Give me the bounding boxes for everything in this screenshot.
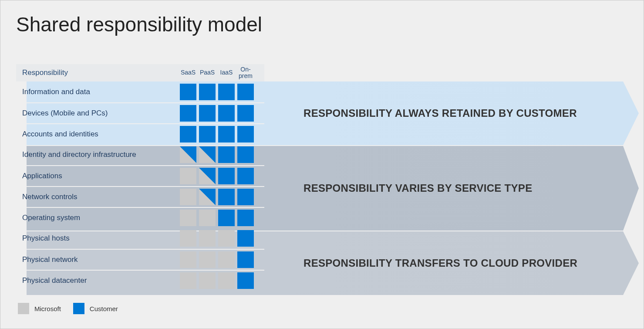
- arrowhead-icon: [623, 231, 639, 295]
- matrix-cell: [199, 251, 216, 268]
- customer-square-icon: [237, 105, 254, 122]
- col-onprem: On- prem: [237, 64, 254, 81]
- arrowhead-icon: [623, 81, 639, 145]
- microsoft-square-icon: [180, 272, 196, 289]
- matrix-cell: [218, 146, 235, 163]
- band-label: RESPONSIBILITY TRANSFERS TO CLOUD PROVID…: [303, 257, 577, 269]
- shared-square-icon: [199, 146, 216, 163]
- customer-square-icon: [218, 146, 235, 163]
- matrix-cell: [199, 230, 216, 247]
- arrowhead-icon: [623, 146, 639, 231]
- microsoft-square-icon: [180, 251, 196, 268]
- microsoft-square-icon: [180, 168, 196, 184]
- customer-square-icon: [237, 84, 254, 100]
- row-label: Accounts and identities: [16, 130, 177, 139]
- matrix-cell: [218, 251, 235, 268]
- microsoft-square-icon: [199, 230, 216, 247]
- table-row: Devices (Mobile and PCs): [16, 102, 264, 123]
- table-row: Accounts and identities: [16, 123, 264, 144]
- matrix-cell: [180, 272, 196, 289]
- matrix-cell: [199, 105, 216, 122]
- legend-customer: Customer: [73, 303, 118, 314]
- row-label: Information and data: [16, 88, 177, 96]
- matrix-cell: [218, 105, 235, 122]
- matrix-cell: [199, 84, 216, 100]
- col-responsibility: Responsibility: [16, 68, 177, 77]
- row-label: Physical datacenter: [16, 276, 177, 285]
- band-label: RESPONSIBILITY ALWAYS RETAINED BY CUSTOM…: [303, 107, 577, 119]
- table-header: Responsibility SaaS PaaS IaaS On- prem: [16, 64, 264, 81]
- matrix-cell: [237, 230, 254, 247]
- matrix-cell: [180, 189, 196, 205]
- swatch-customer-icon: [73, 303, 84, 314]
- row-label: Network controls: [16, 193, 177, 201]
- microsoft-square-icon: [218, 251, 235, 268]
- legend: Microsoft Customer: [16, 303, 118, 314]
- matrix-cell: [237, 84, 254, 100]
- matrix-cell: [218, 168, 235, 184]
- customer-square-icon: [218, 189, 235, 205]
- row-label: Applications: [16, 172, 177, 180]
- matrix-cell: [218, 272, 235, 289]
- customer-square-icon: [237, 146, 254, 163]
- matrix-cell: [237, 105, 254, 122]
- customer-square-icon: [180, 84, 196, 100]
- customer-square-icon: [218, 210, 235, 226]
- matrix-cell: [218, 189, 235, 205]
- responsibility-table: Responsibility SaaS PaaS IaaS On- prem I…: [16, 64, 264, 291]
- matrix-cell: [199, 210, 216, 226]
- matrix-cell: [199, 168, 216, 184]
- matrix-cell: [237, 146, 254, 163]
- microsoft-square-icon: [199, 251, 216, 268]
- customer-square-icon: [237, 168, 254, 184]
- matrix-cell: [180, 126, 196, 142]
- microsoft-square-icon: [199, 210, 216, 226]
- row-label: Physical network: [16, 255, 177, 264]
- customer-square-icon: [218, 84, 235, 100]
- matrix-cell: [237, 210, 254, 226]
- customer-square-icon: [199, 84, 216, 100]
- microsoft-square-icon: [199, 272, 216, 289]
- customer-square-icon: [237, 251, 254, 268]
- matrix-cell: [180, 230, 196, 247]
- microsoft-square-icon: [218, 272, 235, 289]
- matrix-cell: [180, 251, 196, 268]
- customer-square-icon: [199, 126, 216, 142]
- customer-square-icon: [237, 126, 254, 142]
- matrix-cell: [218, 84, 235, 100]
- matrix-cell: [237, 251, 254, 268]
- customer-square-icon: [237, 210, 254, 226]
- band-label: RESPONSIBILITY VARIES BY SERVICE TYPE: [303, 182, 532, 194]
- col-iaas: IaaS: [218, 64, 235, 81]
- matrix-cell: [180, 84, 196, 100]
- customer-square-icon: [180, 105, 196, 122]
- row-label: Operating system: [16, 214, 177, 222]
- matrix-cell: [218, 230, 235, 247]
- customer-square-icon: [237, 230, 254, 247]
- table-row: Identity and directory infrastructure: [16, 144, 264, 165]
- table-row: Physical network: [16, 249, 264, 270]
- matrix-cell: [199, 189, 216, 205]
- matrix-cell: [199, 146, 216, 163]
- table-row: Network controls: [16, 186, 264, 207]
- customer-square-icon: [218, 105, 235, 122]
- row-label: Physical hosts: [16, 234, 177, 243]
- col-paas: PaaS: [199, 64, 216, 81]
- shared-responsibility-diagram: RESPONSIBILITY ALWAYS RETAINED BY CUSTOM…: [16, 64, 628, 282]
- matrix-cell: [218, 210, 235, 226]
- row-label: Identity and directory infrastructure: [16, 150, 177, 159]
- matrix-cell: [180, 168, 196, 184]
- microsoft-square-icon: [180, 210, 196, 226]
- table-row: Physical datacenter: [16, 270, 264, 291]
- matrix-cell: [237, 189, 254, 205]
- shared-square-icon: [180, 146, 196, 163]
- swatch-microsoft-icon: [18, 303, 29, 314]
- matrix-cell: [180, 146, 196, 163]
- legend-microsoft: Microsoft: [18, 303, 61, 314]
- matrix-cell: [199, 126, 216, 142]
- customer-square-icon: [199, 105, 216, 122]
- matrix-cell: [199, 272, 216, 289]
- microsoft-square-icon: [218, 230, 235, 247]
- table-row: Applications: [16, 165, 264, 186]
- matrix-cell: [180, 105, 196, 122]
